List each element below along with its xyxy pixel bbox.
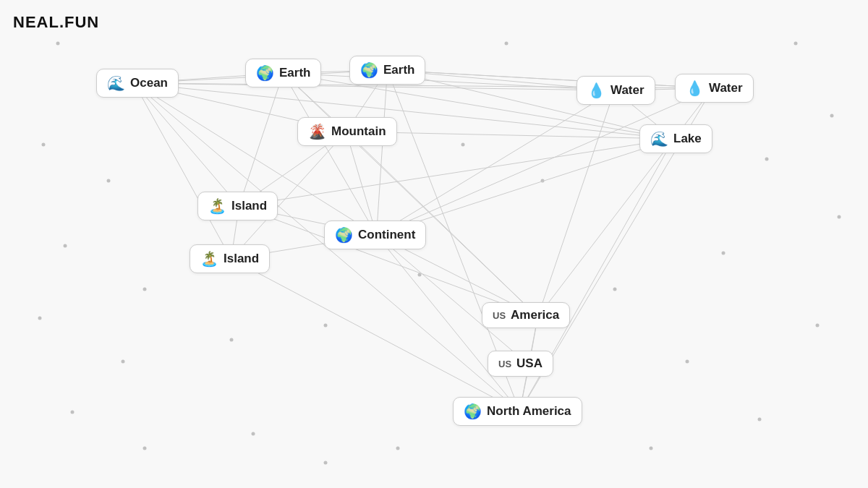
- node-icon-lake: 🌊: [650, 130, 668, 147]
- svg-point-26: [230, 338, 234, 342]
- node-icon-island1: 🏝️: [208, 197, 226, 215]
- node-label-continent: Continent: [358, 228, 415, 242]
- node-lake[interactable]: 🌊Lake: [639, 124, 712, 153]
- node-icon-mountain: 🌋: [308, 123, 326, 140]
- svg-line-72: [538, 90, 615, 317]
- node-label-america: America: [511, 308, 559, 322]
- svg-line-33: [135, 83, 231, 259]
- node-icon-ocean: 🌊: [107, 74, 125, 92]
- svg-line-32: [135, 83, 239, 206]
- node-ocean[interactable]: 🌊Ocean: [96, 69, 179, 98]
- svg-point-21: [722, 252, 726, 255]
- node-label-earth1: Earth: [279, 66, 310, 80]
- node-continent[interactable]: 🌍Continent: [324, 221, 426, 249]
- node-label-northamerica: North America: [487, 404, 571, 419]
- node-label-usa: USA: [516, 356, 542, 371]
- svg-line-69: [231, 259, 520, 411]
- node-icon-usa: US: [498, 359, 511, 369]
- svg-point-27: [765, 158, 769, 161]
- svg-line-39: [284, 73, 377, 235]
- svg-line-59: [377, 235, 529, 365]
- svg-point-22: [107, 179, 111, 183]
- svg-point-20: [686, 360, 689, 364]
- svg-line-53: [538, 139, 674, 317]
- svg-point-3: [38, 317, 42, 320]
- node-island2[interactable]: 🏝️Island: [190, 244, 270, 273]
- svg-point-5: [122, 360, 125, 364]
- node-label-water2: Water: [709, 81, 743, 95]
- node-island1[interactable]: 🏝️Island: [197, 192, 278, 221]
- svg-point-10: [650, 447, 653, 450]
- svg-point-12: [816, 324, 820, 328]
- svg-point-2: [64, 244, 67, 248]
- svg-line-78: [239, 139, 674, 206]
- svg-point-24: [324, 324, 328, 328]
- node-icon-water1: 💧: [587, 82, 605, 99]
- svg-line-48: [377, 88, 713, 235]
- node-label-mountain: Mountain: [331, 124, 386, 139]
- node-icon-earth2: 🌍: [360, 61, 378, 79]
- node-label-water1: Water: [610, 83, 644, 98]
- svg-point-9: [396, 447, 400, 450]
- svg-point-4: [71, 411, 75, 414]
- node-water2[interactable]: 💧Water: [675, 74, 754, 103]
- svg-point-23: [143, 288, 147, 291]
- svg-point-16: [505, 42, 509, 46]
- svg-point-13: [838, 215, 841, 219]
- svg-line-38: [239, 73, 284, 206]
- svg-point-7: [252, 432, 255, 436]
- node-america[interactable]: USAmerica: [482, 302, 570, 328]
- node-label-island1: Island: [231, 199, 267, 213]
- node-earth1[interactable]: 🌍Earth: [245, 59, 321, 87]
- node-icon-america: US: [493, 310, 506, 321]
- site-logo: NEAL.FUN: [13, 13, 99, 32]
- svg-point-0: [56, 42, 60, 46]
- node-usa[interactable]: USUSA: [488, 351, 553, 377]
- svg-point-19: [613, 288, 617, 291]
- node-label-earth2: Earth: [383, 63, 414, 77]
- node-earth2[interactable]: 🌍Earth: [349, 56, 425, 85]
- node-label-lake: Lake: [673, 132, 702, 146]
- svg-line-51: [346, 132, 377, 235]
- svg-point-15: [794, 42, 798, 46]
- node-icon-northamerica: 🌍: [464, 403, 482, 420]
- svg-point-1: [42, 143, 46, 147]
- svg-point-8: [324, 461, 328, 465]
- svg-point-11: [758, 418, 762, 421]
- node-northamerica[interactable]: 🌍North America: [453, 397, 582, 426]
- node-label-ocean: Ocean: [130, 76, 168, 90]
- node-icon-earth1: 🌍: [256, 64, 274, 82]
- node-water1[interactable]: 💧Water: [576, 76, 655, 105]
- node-icon-island2: 🏝️: [200, 250, 218, 267]
- node-mountain[interactable]: 🌋Mountain: [297, 117, 397, 146]
- svg-point-14: [830, 114, 834, 118]
- node-icon-water2: 💧: [686, 80, 704, 97]
- svg-point-17: [461, 143, 465, 147]
- svg-line-43: [377, 70, 388, 235]
- node-label-island2: Island: [224, 252, 259, 266]
- node-icon-continent: 🌍: [335, 226, 353, 244]
- svg-point-6: [143, 447, 147, 450]
